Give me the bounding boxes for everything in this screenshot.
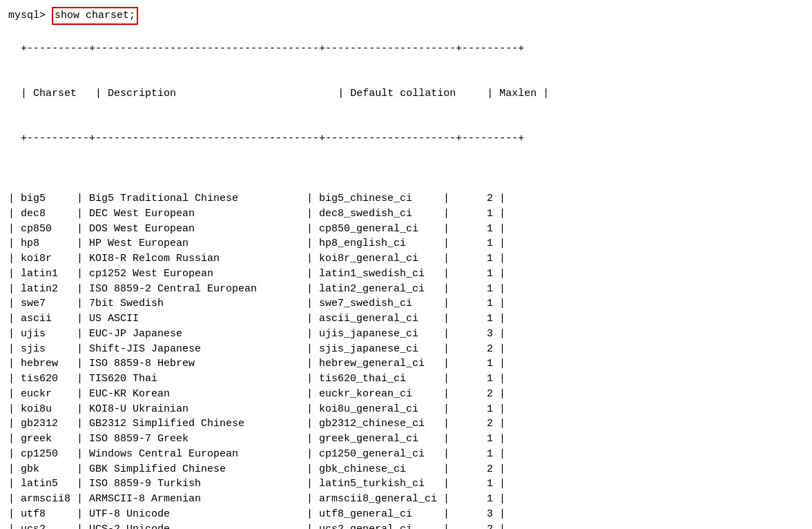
table-row: | latin2 | ISO 8859-2 Central European |… bbox=[8, 283, 505, 295]
table-row: | gb2312 | GB2312 Simplified Chinese | g… bbox=[8, 418, 505, 430]
header-description: Description bbox=[108, 88, 331, 99]
table-row: | gbk | GBK Simplified Chinese | gbk_chi… bbox=[8, 463, 505, 475]
table-row: | koi8r | KOI8-R Relcom Russian | koi8r_… bbox=[8, 253, 505, 264]
table-row: | ujis | EUC-JP Japanese | ujis_japanese… bbox=[8, 328, 505, 340]
table-container: +----------+----------------------------… bbox=[8, 26, 804, 529]
prompt-text: mysql> bbox=[8, 8, 52, 23]
table-row: | ucs2 | UCS-2 Unicode | ucs2_general_ci… bbox=[8, 523, 505, 530]
header-row: | Charset | Description | Default collat… bbox=[21, 88, 549, 99]
table-row: | swe7 | 7bit Swedish | swe7_swedish_ci … bbox=[8, 298, 505, 309]
table-row: | latin1 | cp1252 West European | latin1… bbox=[8, 268, 505, 280]
table-row: | hebrew | ISO 8859-8 Hebrew | hebrew_ge… bbox=[8, 358, 505, 369]
table-row: | big5 | Big5 Traditional Chinese | big5… bbox=[8, 193, 505, 204]
command-box: show charset; bbox=[52, 7, 138, 25]
prompt-line: mysql> show charset; bbox=[8, 7, 804, 25]
table-row: | cp1250 | Windows Central European | cp… bbox=[8, 448, 505, 460]
table-row: | sjis | Shift-JIS Japanese | sjis_japan… bbox=[8, 343, 505, 355]
table-row: | koi8u | KOI8-U Ukrainian | koi8u_gener… bbox=[8, 403, 505, 415]
table-rows: | big5 | Big5 Traditional Chinese | big5… bbox=[8, 191, 804, 529]
separator-top: +----------+----------------------------… bbox=[21, 43, 524, 55]
header-charset: Charset bbox=[33, 88, 89, 99]
table-row: | dec8 | DEC West European | dec8_swedis… bbox=[8, 208, 505, 220]
table-row: | utf8 | UTF-8 Unicode | utf8_general_ci… bbox=[8, 508, 505, 520]
table-row: | greek | ISO 8859-7 Greek | greek_gener… bbox=[8, 433, 505, 445]
table-row: | armscii8 | ARMSCII-8 Armenian | armsci… bbox=[8, 493, 505, 505]
table-row: | latin5 | ISO 8859-9 Turkish | latin5_t… bbox=[8, 478, 505, 490]
header-maxlen: Maxlen bbox=[499, 88, 536, 99]
table-row: | ascii | US ASCII | ascii_general_ci | … bbox=[8, 313, 505, 325]
header-collation: Default collation bbox=[350, 88, 481, 99]
table-row: | euckr | EUC-KR Korean | euckr_korean_c… bbox=[8, 388, 505, 400]
table-row: | cp850 | DOS West European | cp850_gene… bbox=[8, 223, 505, 235]
separator-header: +----------+----------------------------… bbox=[21, 133, 524, 144]
table-row: | tis620 | TIS620 Thai | tis620_thai_ci … bbox=[8, 373, 505, 385]
table-row: | hp8 | HP West European | hp8_english_c… bbox=[8, 238, 505, 249]
